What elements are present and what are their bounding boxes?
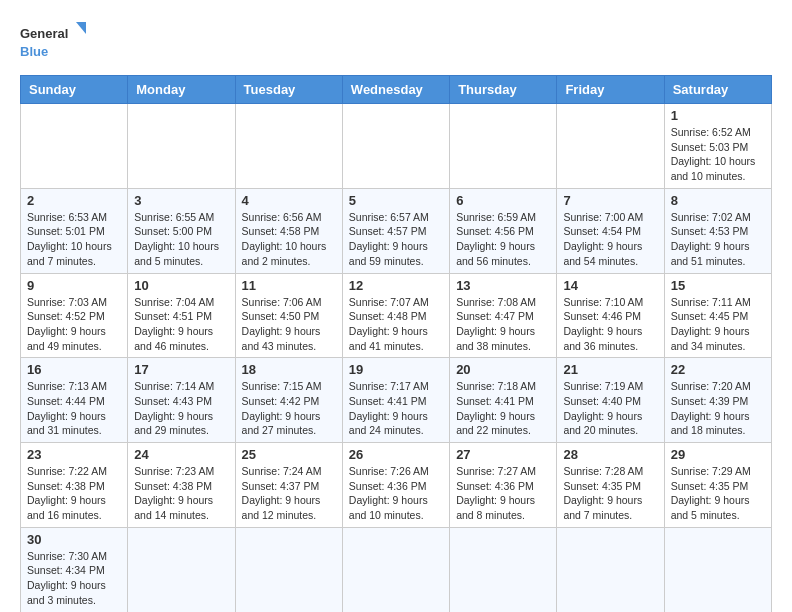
calendar-cell: 17Sunrise: 7:14 AM Sunset: 4:43 PM Dayli… bbox=[128, 358, 235, 443]
calendar-cell bbox=[450, 104, 557, 189]
calendar-cell: 28Sunrise: 7:28 AM Sunset: 4:35 PM Dayli… bbox=[557, 443, 664, 528]
calendar-cell bbox=[128, 527, 235, 612]
day-number: 10 bbox=[134, 278, 228, 293]
day-number: 20 bbox=[456, 362, 550, 377]
calendar-cell bbox=[557, 104, 664, 189]
day-number: 29 bbox=[671, 447, 765, 462]
day-number: 27 bbox=[456, 447, 550, 462]
day-number: 16 bbox=[27, 362, 121, 377]
day-number: 9 bbox=[27, 278, 121, 293]
day-number: 22 bbox=[671, 362, 765, 377]
day-number: 2 bbox=[27, 193, 121, 208]
day-info: Sunrise: 7:22 AM Sunset: 4:38 PM Dayligh… bbox=[27, 464, 121, 523]
day-number: 18 bbox=[242, 362, 336, 377]
day-number: 13 bbox=[456, 278, 550, 293]
day-number: 25 bbox=[242, 447, 336, 462]
calendar-cell: 24Sunrise: 7:23 AM Sunset: 4:38 PM Dayli… bbox=[128, 443, 235, 528]
calendar-cell bbox=[450, 527, 557, 612]
day-number: 26 bbox=[349, 447, 443, 462]
calendar-cell: 9Sunrise: 7:03 AM Sunset: 4:52 PM Daylig… bbox=[21, 273, 128, 358]
calendar-cell bbox=[235, 527, 342, 612]
day-number: 3 bbox=[134, 193, 228, 208]
calendar-header-row: SundayMondayTuesdayWednesdayThursdayFrid… bbox=[21, 76, 772, 104]
day-info: Sunrise: 7:19 AM Sunset: 4:40 PM Dayligh… bbox=[563, 379, 657, 438]
day-info: Sunrise: 7:23 AM Sunset: 4:38 PM Dayligh… bbox=[134, 464, 228, 523]
day-number: 6 bbox=[456, 193, 550, 208]
calendar-cell bbox=[664, 527, 771, 612]
day-number: 28 bbox=[563, 447, 657, 462]
weekday-header-wednesday: Wednesday bbox=[342, 76, 449, 104]
svg-marker-1 bbox=[76, 22, 86, 34]
calendar-cell: 2Sunrise: 6:53 AM Sunset: 5:01 PM Daylig… bbox=[21, 188, 128, 273]
day-number: 12 bbox=[349, 278, 443, 293]
calendar-week-row: 30Sunrise: 7:30 AM Sunset: 4:34 PM Dayli… bbox=[21, 527, 772, 612]
day-number: 19 bbox=[349, 362, 443, 377]
day-info: Sunrise: 7:15 AM Sunset: 4:42 PM Dayligh… bbox=[242, 379, 336, 438]
weekday-header-thursday: Thursday bbox=[450, 76, 557, 104]
calendar-cell: 7Sunrise: 7:00 AM Sunset: 4:54 PM Daylig… bbox=[557, 188, 664, 273]
calendar-cell: 1Sunrise: 6:52 AM Sunset: 5:03 PM Daylig… bbox=[664, 104, 771, 189]
day-info: Sunrise: 7:11 AM Sunset: 4:45 PM Dayligh… bbox=[671, 295, 765, 354]
day-info: Sunrise: 7:27 AM Sunset: 4:36 PM Dayligh… bbox=[456, 464, 550, 523]
weekday-header-friday: Friday bbox=[557, 76, 664, 104]
calendar-cell: 26Sunrise: 7:26 AM Sunset: 4:36 PM Dayli… bbox=[342, 443, 449, 528]
day-info: Sunrise: 6:57 AM Sunset: 4:57 PM Dayligh… bbox=[349, 210, 443, 269]
day-info: Sunrise: 7:29 AM Sunset: 4:35 PM Dayligh… bbox=[671, 464, 765, 523]
calendar-cell bbox=[342, 104, 449, 189]
calendar-cell: 10Sunrise: 7:04 AM Sunset: 4:51 PM Dayli… bbox=[128, 273, 235, 358]
calendar-cell: 16Sunrise: 7:13 AM Sunset: 4:44 PM Dayli… bbox=[21, 358, 128, 443]
day-number: 30 bbox=[27, 532, 121, 547]
calendar-week-row: 1Sunrise: 6:52 AM Sunset: 5:03 PM Daylig… bbox=[21, 104, 772, 189]
calendar-cell: 30Sunrise: 7:30 AM Sunset: 4:34 PM Dayli… bbox=[21, 527, 128, 612]
day-info: Sunrise: 7:13 AM Sunset: 4:44 PM Dayligh… bbox=[27, 379, 121, 438]
day-info: Sunrise: 7:18 AM Sunset: 4:41 PM Dayligh… bbox=[456, 379, 550, 438]
calendar-cell bbox=[235, 104, 342, 189]
calendar-cell: 12Sunrise: 7:07 AM Sunset: 4:48 PM Dayli… bbox=[342, 273, 449, 358]
calendar-cell: 23Sunrise: 7:22 AM Sunset: 4:38 PM Dayli… bbox=[21, 443, 128, 528]
day-number: 11 bbox=[242, 278, 336, 293]
day-number: 15 bbox=[671, 278, 765, 293]
day-info: Sunrise: 7:30 AM Sunset: 4:34 PM Dayligh… bbox=[27, 549, 121, 608]
calendar-cell: 29Sunrise: 7:29 AM Sunset: 4:35 PM Dayli… bbox=[664, 443, 771, 528]
day-number: 17 bbox=[134, 362, 228, 377]
day-info: Sunrise: 6:55 AM Sunset: 5:00 PM Dayligh… bbox=[134, 210, 228, 269]
calendar-cell: 19Sunrise: 7:17 AM Sunset: 4:41 PM Dayli… bbox=[342, 358, 449, 443]
day-info: Sunrise: 7:28 AM Sunset: 4:35 PM Dayligh… bbox=[563, 464, 657, 523]
calendar-cell bbox=[342, 527, 449, 612]
svg-text:Blue: Blue bbox=[20, 44, 48, 59]
day-info: Sunrise: 7:20 AM Sunset: 4:39 PM Dayligh… bbox=[671, 379, 765, 438]
calendar-cell: 5Sunrise: 6:57 AM Sunset: 4:57 PM Daylig… bbox=[342, 188, 449, 273]
calendar-week-row: 9Sunrise: 7:03 AM Sunset: 4:52 PM Daylig… bbox=[21, 273, 772, 358]
day-info: Sunrise: 7:03 AM Sunset: 4:52 PM Dayligh… bbox=[27, 295, 121, 354]
calendar-week-row: 2Sunrise: 6:53 AM Sunset: 5:01 PM Daylig… bbox=[21, 188, 772, 273]
calendar-cell bbox=[557, 527, 664, 612]
calendar-week-row: 16Sunrise: 7:13 AM Sunset: 4:44 PM Dayli… bbox=[21, 358, 772, 443]
day-info: Sunrise: 7:10 AM Sunset: 4:46 PM Dayligh… bbox=[563, 295, 657, 354]
calendar-cell: 4Sunrise: 6:56 AM Sunset: 4:58 PM Daylig… bbox=[235, 188, 342, 273]
calendar-cell: 18Sunrise: 7:15 AM Sunset: 4:42 PM Dayli… bbox=[235, 358, 342, 443]
weekday-header-monday: Monday bbox=[128, 76, 235, 104]
day-number: 8 bbox=[671, 193, 765, 208]
calendar-cell: 20Sunrise: 7:18 AM Sunset: 4:41 PM Dayli… bbox=[450, 358, 557, 443]
calendar-table: SundayMondayTuesdayWednesdayThursdayFrid… bbox=[20, 75, 772, 612]
page-header: General Blue bbox=[20, 20, 772, 65]
day-number: 23 bbox=[27, 447, 121, 462]
day-number: 5 bbox=[349, 193, 443, 208]
calendar-cell: 21Sunrise: 7:19 AM Sunset: 4:40 PM Dayli… bbox=[557, 358, 664, 443]
day-info: Sunrise: 7:26 AM Sunset: 4:36 PM Dayligh… bbox=[349, 464, 443, 523]
day-info: Sunrise: 7:17 AM Sunset: 4:41 PM Dayligh… bbox=[349, 379, 443, 438]
day-info: Sunrise: 7:14 AM Sunset: 4:43 PM Dayligh… bbox=[134, 379, 228, 438]
day-info: Sunrise: 7:00 AM Sunset: 4:54 PM Dayligh… bbox=[563, 210, 657, 269]
logo-svg: General Blue bbox=[20, 20, 90, 65]
weekday-header-sunday: Sunday bbox=[21, 76, 128, 104]
calendar-cell bbox=[128, 104, 235, 189]
day-info: Sunrise: 6:56 AM Sunset: 4:58 PM Dayligh… bbox=[242, 210, 336, 269]
calendar-cell: 8Sunrise: 7:02 AM Sunset: 4:53 PM Daylig… bbox=[664, 188, 771, 273]
calendar-cell: 25Sunrise: 7:24 AM Sunset: 4:37 PM Dayli… bbox=[235, 443, 342, 528]
calendar-cell: 11Sunrise: 7:06 AM Sunset: 4:50 PM Dayli… bbox=[235, 273, 342, 358]
day-info: Sunrise: 7:04 AM Sunset: 4:51 PM Dayligh… bbox=[134, 295, 228, 354]
day-info: Sunrise: 6:53 AM Sunset: 5:01 PM Dayligh… bbox=[27, 210, 121, 269]
calendar-cell bbox=[21, 104, 128, 189]
day-info: Sunrise: 7:24 AM Sunset: 4:37 PM Dayligh… bbox=[242, 464, 336, 523]
calendar-cell: 6Sunrise: 6:59 AM Sunset: 4:56 PM Daylig… bbox=[450, 188, 557, 273]
